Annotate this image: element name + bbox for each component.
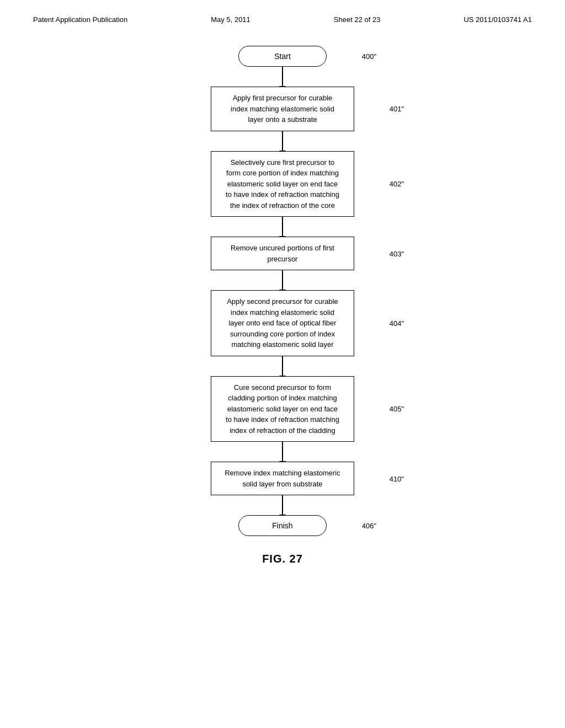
- step-410-wrapper: Remove index matching elastomericsolid l…: [211, 462, 354, 495]
- label-406: 406": [362, 522, 376, 530]
- arrow-6: [282, 442, 283, 462]
- step-404: Apply second precursor for curableindex …: [211, 290, 354, 356]
- step-403: Remove uncured portions of firstprecurso…: [211, 237, 354, 270]
- start-node: Start: [238, 46, 327, 67]
- page-header: Patent Application Publication May 5, 20…: [0, 0, 565, 24]
- label-start: 400": [362, 52, 376, 61]
- header-sheet: Sheet 22 of 23: [334, 15, 381, 24]
- arrow-4: [282, 270, 283, 290]
- flowchart: Start 400" Apply first precursor for cur…: [145, 46, 420, 536]
- step-finish-wrapper: Finish 406": [238, 515, 327, 536]
- label-401: 401": [390, 105, 404, 113]
- arrow-2: [282, 131, 283, 151]
- step-402-wrapper: Selectively cure first precursor toform …: [211, 151, 354, 217]
- finish-node: Finish: [238, 515, 327, 536]
- step-401-wrapper: Apply first precursor for curableindex m…: [211, 87, 354, 131]
- label-405: 405": [390, 405, 404, 413]
- arrow-5: [282, 356, 283, 376]
- header-middle: May 5, 2011: [211, 15, 250, 24]
- label-402: 402": [390, 180, 404, 188]
- header-left: Patent Application Publication: [33, 15, 127, 24]
- arrow-1: [282, 67, 283, 87]
- label-410: 410": [390, 474, 404, 483]
- step-402: Selectively cure first precursor toform …: [211, 151, 354, 217]
- step-410: Remove index matching elastomericsolid l…: [211, 462, 354, 495]
- step-401: Apply first precursor for curableindex m…: [211, 87, 354, 131]
- step-405-wrapper: Cure second precursor to formcladding po…: [211, 376, 354, 442]
- label-404: 404": [390, 319, 404, 327]
- step-405: Cure second precursor to formcladding po…: [211, 376, 354, 442]
- figure-label: FIG. 27: [262, 553, 303, 565]
- label-403: 403": [390, 249, 404, 258]
- arrow-7: [282, 495, 283, 515]
- step-start-wrapper: Start 400": [238, 46, 327, 67]
- header-right: US 2011/0103741 A1: [463, 15, 532, 24]
- diagram-area: Start 400" Apply first precursor for cur…: [0, 24, 565, 565]
- arrow-3: [282, 217, 283, 237]
- step-403-wrapper: Remove uncured portions of firstprecurso…: [211, 237, 354, 270]
- step-404-wrapper: Apply second precursor for curableindex …: [211, 290, 354, 356]
